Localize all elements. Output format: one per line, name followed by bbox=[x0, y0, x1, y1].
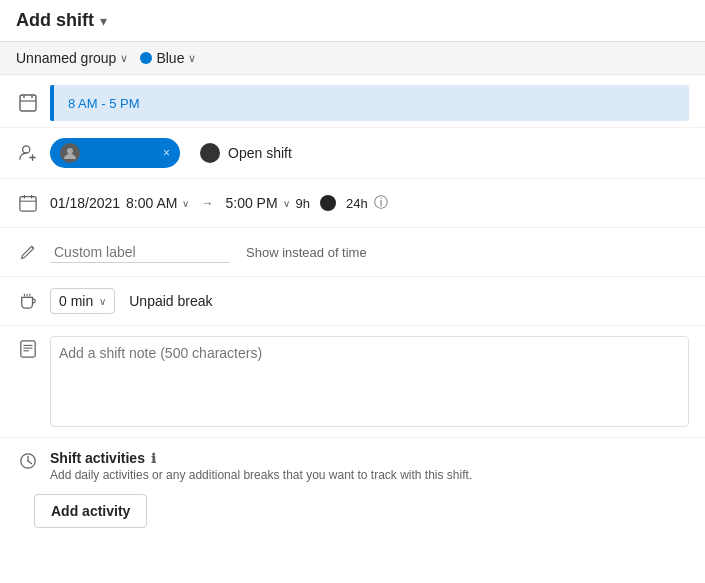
show-instead-label: Show instead of time bbox=[246, 245, 367, 260]
shift-time-text: 8 AM - 5 PM bbox=[68, 96, 140, 111]
end-time-select[interactable]: 5:00 PM ∨ bbox=[225, 195, 289, 211]
calendar-icon bbox=[16, 194, 40, 212]
hours-24-label: 24h bbox=[346, 196, 368, 211]
open-shift-label: Open shift bbox=[228, 145, 292, 161]
avatar bbox=[60, 143, 80, 163]
note-row bbox=[0, 328, 705, 435]
arrow-right-icon: → bbox=[201, 196, 213, 210]
activities-info-icon[interactable]: ℹ bbox=[151, 451, 156, 466]
clock-activities-icon bbox=[16, 452, 40, 470]
activities-title-row: Shift activities ℹ bbox=[50, 450, 689, 466]
start-time-chevron: ∨ bbox=[182, 198, 189, 209]
separator-dot bbox=[320, 195, 336, 211]
break-duration-value: 0 min bbox=[59, 293, 93, 309]
break-chevron-icon: ∨ bbox=[99, 296, 106, 307]
group-selector[interactable]: Unnamed group ∨ bbox=[16, 50, 128, 66]
content: 8 AM - 5 PM × bbox=[0, 75, 705, 538]
svg-rect-16 bbox=[21, 341, 35, 357]
coffee-icon bbox=[16, 292, 40, 310]
svg-point-7 bbox=[67, 148, 73, 154]
activities-content: Shift activities ℹ Add daily activities … bbox=[50, 450, 689, 490]
header-chevron-icon[interactable]: ▾ bbox=[100, 13, 107, 29]
label-row: Show instead of time bbox=[0, 230, 705, 274]
open-shift-area: Open shift bbox=[200, 143, 292, 163]
date-field[interactable]: 01/18/2021 bbox=[50, 195, 120, 211]
end-time-chevron: ∨ bbox=[283, 198, 290, 209]
break-type-label: Unpaid break bbox=[129, 293, 212, 309]
close-icon[interactable]: × bbox=[163, 146, 170, 160]
svg-line-22 bbox=[28, 461, 32, 464]
shift-note-input[interactable] bbox=[59, 345, 680, 415]
datetime-row: 01/18/2021 8:00 AM ∨ → 5:00 PM ∨ 9h 24h … bbox=[0, 181, 705, 225]
open-shift-toggle[interactable] bbox=[200, 143, 220, 163]
svg-rect-0 bbox=[20, 95, 36, 111]
break-content: 0 min ∨ Unpaid break bbox=[50, 288, 689, 314]
duration-badge: 9h bbox=[296, 196, 310, 211]
group-chevron-icon: ∨ bbox=[120, 52, 128, 65]
svg-point-4 bbox=[23, 146, 30, 153]
label-content: Show instead of time bbox=[50, 242, 689, 263]
page-title: Add shift bbox=[16, 10, 94, 31]
break-duration-select[interactable]: 0 min ∨ bbox=[50, 288, 115, 314]
subheader: Unnamed group ∨ Blue ∨ bbox=[0, 42, 705, 75]
color-chevron-icon: ∨ bbox=[188, 52, 196, 65]
note-icon bbox=[16, 340, 40, 358]
note-container bbox=[50, 336, 689, 427]
header: Add shift ▾ bbox=[0, 0, 705, 42]
group-label: Unnamed group bbox=[16, 50, 116, 66]
clock-icon bbox=[16, 94, 40, 112]
activities-section: Shift activities ℹ Add daily activities … bbox=[0, 440, 705, 494]
svg-line-12 bbox=[32, 246, 34, 248]
person-name bbox=[86, 146, 157, 161]
person-content: × Open shift bbox=[50, 138, 689, 168]
pencil-icon bbox=[16, 244, 40, 260]
person-add-icon bbox=[16, 144, 40, 162]
break-row: 0 min ∨ Unpaid break bbox=[0, 279, 705, 323]
color-dot-icon bbox=[140, 52, 152, 64]
color-label: Blue bbox=[156, 50, 184, 66]
activities-description: Add daily activities or any additional b… bbox=[50, 468, 689, 482]
info-icon[interactable]: ⓘ bbox=[374, 194, 388, 212]
shift-banner: 8 AM - 5 PM bbox=[50, 85, 689, 121]
color-selector[interactable]: Blue ∨ bbox=[140, 50, 196, 66]
person-tag[interactable]: × bbox=[50, 138, 180, 168]
svg-rect-8 bbox=[20, 197, 36, 211]
person-row: × Open shift bbox=[0, 130, 705, 176]
end-time-value: 5:00 PM bbox=[225, 195, 277, 211]
start-time-value: 8:00 AM bbox=[126, 195, 177, 211]
datetime-content: 01/18/2021 8:00 AM ∨ → 5:00 PM ∨ 9h 24h … bbox=[50, 194, 689, 212]
add-activity-button[interactable]: Add activity bbox=[34, 494, 147, 528]
start-time-select[interactable]: 8:00 AM ∨ bbox=[126, 195, 189, 211]
custom-label-input[interactable] bbox=[50, 242, 230, 263]
activities-title-text: Shift activities bbox=[50, 450, 145, 466]
